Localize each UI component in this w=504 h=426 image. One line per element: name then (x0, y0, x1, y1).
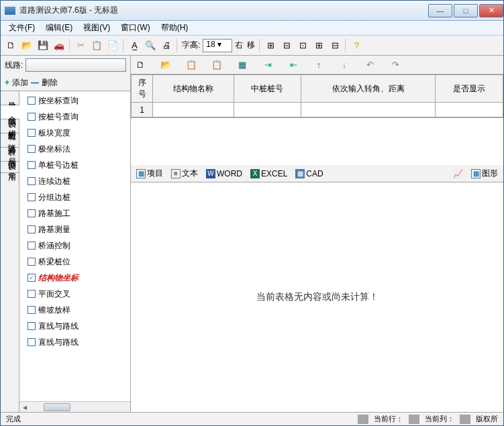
tree-item[interactable]: 分组边桩 (19, 189, 130, 205)
cell[interactable]: 1 (132, 103, 153, 117)
fontheight-select[interactable]: 18 ▾ (203, 39, 232, 52)
menu-window[interactable]: 窗口(W) (115, 21, 155, 35)
tree-item[interactable]: 路基施工 (19, 205, 130, 221)
save-icon[interactable]: 💾 (36, 38, 50, 53)
tree-hscrollbar[interactable]: ◂ (19, 401, 130, 412)
menu-edit[interactable]: 编辑(E) (40, 21, 78, 35)
print-icon[interactable]: 🖨 (159, 38, 174, 53)
menu-help[interactable]: 帮助(H) (156, 21, 194, 35)
tree-item[interactable]: 桥涵控制 (19, 237, 130, 254)
tree-item[interactable]: 结构物坐标 (19, 270, 130, 286)
paste-icon[interactable]: 📄 (105, 38, 120, 53)
close-button[interactable]: ✕ (479, 4, 503, 17)
vtab-3[interactable]: 隧道分析 (1, 134, 19, 148)
checkbox-icon[interactable] (28, 161, 36, 169)
align5-icon[interactable]: ⊟ (327, 38, 342, 53)
open-icon[interactable]: 📂 (19, 38, 34, 53)
tab-text[interactable]: ≡文本 (168, 166, 201, 180)
menu-view[interactable]: 视图(V) (78, 21, 115, 35)
tree-item[interactable]: 平面交叉 (19, 286, 130, 302)
line-combo[interactable] (26, 58, 126, 72)
checkbox-icon[interactable] (28, 97, 36, 105)
down-icon[interactable]: ↓ (339, 60, 350, 70)
cell[interactable] (301, 103, 436, 117)
tree-item[interactable]: 直线与路线 (19, 318, 130, 334)
checkbox-icon[interactable] (28, 242, 36, 250)
cell[interactable] (153, 103, 234, 117)
checkbox-icon[interactable] (28, 225, 36, 233)
tree-item[interactable]: 路基测量 (19, 221, 130, 237)
checkbox-icon[interactable] (28, 129, 36, 137)
minimize-button[interactable]: — (428, 4, 452, 17)
copy-icon[interactable]: 📋 (89, 38, 104, 53)
cell[interactable] (436, 103, 503, 117)
move-label[interactable]: 移 (246, 40, 256, 51)
cell[interactable] (234, 103, 301, 117)
checkbox-icon[interactable] (28, 274, 36, 282)
tab-chart[interactable]: 📈 (450, 168, 466, 180)
tab-project[interactable]: ▦项目 (134, 166, 166, 180)
vtab-1[interactable]: 全线测设 (1, 105, 19, 119)
car-icon[interactable]: 🚗 (52, 38, 66, 53)
tree-item[interactable]: 极坐标法 (19, 141, 130, 157)
zoom-icon[interactable]: 🔍 (143, 38, 158, 53)
tree-item-label: 结构物坐标 (38, 272, 79, 284)
tree-item[interactable]: 按桩号查询 (19, 109, 130, 125)
tree-item[interactable]: 连续边桩 (19, 173, 130, 189)
column-header[interactable]: 依次输入转角、距离 (301, 75, 436, 103)
maximize-button[interactable]: □ (454, 4, 478, 17)
checkbox-icon[interactable] (28, 258, 36, 266)
vtab-2[interactable]: 横断工程 (1, 119, 19, 134)
save2-icon[interactable]: 📋 (186, 60, 197, 70)
up-icon[interactable]: ↑ (313, 60, 324, 70)
append-icon[interactable]: ⇤ (288, 60, 299, 70)
tree-item[interactable]: 按坐标查询 (19, 93, 130, 109)
tree-item[interactable]: 板块宽度 (19, 125, 130, 141)
right-label[interactable]: 右 (234, 40, 244, 51)
vtab-5[interactable]: 常用 (1, 162, 19, 173)
column-header[interactable]: 结构物名称 (153, 75, 234, 103)
column-header[interactable]: 序号 (132, 75, 153, 103)
help-icon[interactable]: ? (349, 38, 364, 53)
insert-icon[interactable]: ⇥ (262, 60, 273, 70)
cut-icon[interactable]: ✂ (73, 38, 88, 53)
align4-icon[interactable]: ⊞ (311, 38, 326, 53)
align3-icon[interactable]: ⊡ (295, 38, 310, 53)
tree-item[interactable]: 直线与路线 (19, 334, 130, 350)
open2-icon[interactable]: 📂 (160, 60, 171, 70)
tab-graphic[interactable]: ▦图形 (468, 166, 501, 180)
vtab-4[interactable]: 局部测设 (1, 148, 19, 162)
tree-item[interactable]: 单桩号边桩 (19, 157, 130, 173)
delete-button[interactable]: 删除 (42, 77, 58, 89)
tab-cad[interactable]: ▦CAD (293, 168, 325, 180)
column-header[interactable]: 是否显示 (436, 75, 503, 103)
checkbox-icon[interactable] (28, 322, 36, 330)
checkbox-icon[interactable] (28, 193, 36, 201)
vtab-0[interactable]: 导线平差 (1, 91, 19, 105)
checkbox-icon[interactable] (28, 209, 36, 217)
data-grid[interactable]: 序号结构物名称中桩桩号依次输入转角、距离是否显示 1 (131, 74, 503, 118)
doc-icon[interactable]: 🗋 (135, 60, 146, 70)
undo-icon[interactable]: ↶ (364, 60, 375, 70)
new-icon[interactable]: 🗋 (3, 38, 18, 53)
checkbox-icon[interactable] (28, 113, 36, 121)
menu-file[interactable]: 文件(F) (3, 21, 40, 35)
checkbox-icon[interactable] (28, 177, 36, 185)
align1-icon[interactable]: ⊞ (263, 38, 278, 53)
add-button[interactable]: 添加 (12, 77, 28, 89)
tab-excel[interactable]: XEXCEL (248, 168, 290, 180)
font-icon[interactable]: A̲ (127, 38, 142, 53)
tab-word[interactable]: WWORD (203, 168, 245, 180)
tree-item[interactable]: 桥梁桩位 (19, 254, 130, 270)
tree-item[interactable]: 锥坡放样 (19, 302, 130, 318)
checkbox-icon[interactable] (28, 306, 36, 314)
checkbox-icon[interactable] (28, 290, 36, 298)
align2-icon[interactable]: ⊟ (279, 38, 294, 53)
redo-icon[interactable]: ↷ (390, 60, 401, 70)
clip-icon[interactable]: 📋 (211, 60, 222, 70)
checkbox-icon[interactable] (28, 338, 36, 346)
tree-item-label: 平面交叉 (38, 288, 70, 300)
checkbox-icon[interactable] (28, 145, 36, 153)
calc-icon[interactable]: ▦ (237, 60, 248, 70)
column-header[interactable]: 中桩桩号 (234, 75, 301, 103)
